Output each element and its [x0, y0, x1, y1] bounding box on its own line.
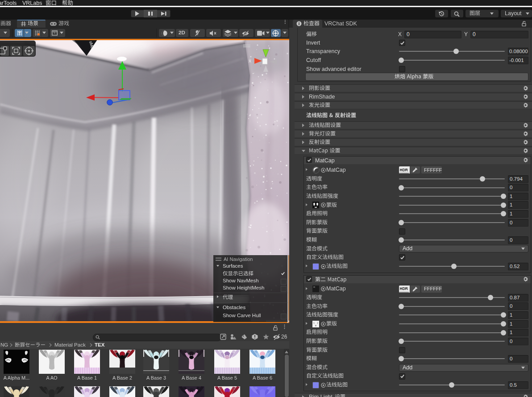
- svg-text:X: X: [249, 59, 251, 63]
